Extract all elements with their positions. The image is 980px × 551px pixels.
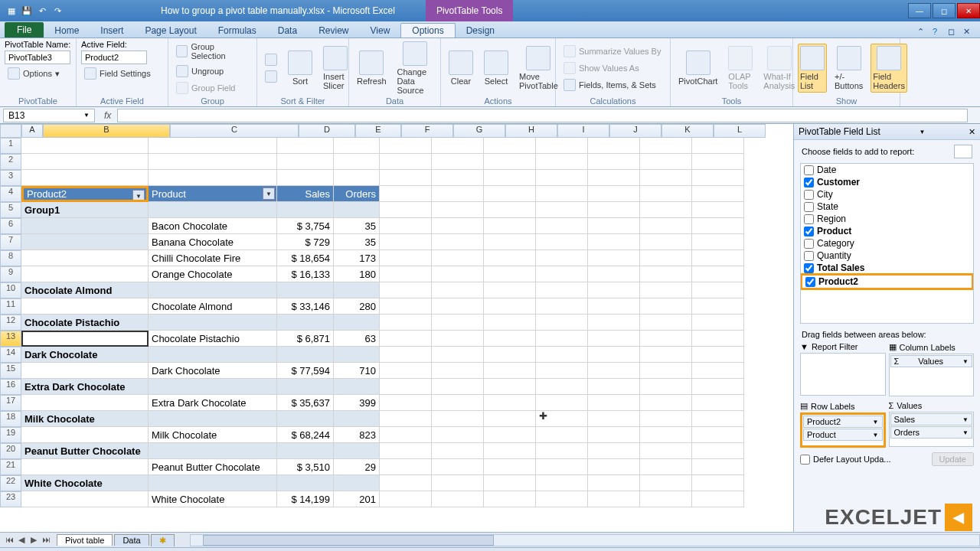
cell[interactable]: Dark Chocolate — [21, 347, 149, 363]
cell[interactable] — [380, 298, 432, 315]
cell[interactable]: Peanut Butter Chocolate — [21, 443, 149, 459]
cell[interactable] — [21, 154, 149, 170]
col-header-H[interactable]: H — [505, 124, 557, 138]
cell[interactable] — [484, 218, 536, 234]
insert-slicer-button[interactable]: Insert Slicer — [320, 44, 351, 92]
cell[interactable]: 710 — [334, 363, 380, 379]
cell[interactable] — [149, 170, 277, 186]
cell[interactable]: $ 3,754 — [277, 218, 334, 234]
report-filter-area[interactable] — [800, 353, 886, 396]
cell[interactable] — [536, 250, 588, 266]
field-item-total sales[interactable]: Total Sales — [801, 262, 973, 274]
cell[interactable] — [692, 154, 744, 170]
cell[interactable] — [640, 475, 692, 491]
cell[interactable] — [484, 459, 536, 475]
minimize-ribbon-icon[interactable]: ⌃ — [917, 27, 928, 37]
active-field-input[interactable] — [81, 51, 147, 64]
clear-button[interactable]: Clear — [446, 49, 476, 87]
cell[interactable] — [484, 411, 536, 427]
cell[interactable]: 35 — [334, 218, 380, 234]
cell[interactable] — [536, 395, 588, 411]
cell[interactable] — [640, 250, 692, 266]
cell[interactable] — [380, 427, 432, 443]
close-button[interactable]: ✕ — [957, 3, 980, 18]
cell[interactable] — [432, 379, 484, 395]
sheet-nav-first[interactable]: ⏮ — [3, 535, 15, 545]
row-header-21[interactable]: 21 — [0, 459, 21, 475]
cell[interactable] — [149, 347, 277, 363]
cell[interactable] — [277, 154, 334, 170]
cell[interactable] — [21, 250, 149, 266]
cell[interactable] — [640, 459, 692, 475]
cell[interactable] — [21, 170, 149, 186]
cell[interactable] — [149, 475, 277, 491]
cell[interactable] — [588, 363, 640, 379]
cell[interactable] — [484, 443, 536, 459]
cell[interactable]: $ 729 — [277, 234, 334, 250]
cell[interactable]: Milk Chocolate — [21, 411, 149, 427]
field-item-city[interactable]: City — [801, 188, 973, 201]
cell[interactable] — [692, 138, 744, 154]
area-item-product[interactable]: Product▼ — [803, 429, 883, 441]
cell[interactable] — [588, 427, 640, 443]
window-restore-icon[interactable]: ◻ — [948, 27, 959, 37]
field-item-customer[interactable]: Customer — [801, 176, 973, 188]
field-checkbox[interactable] — [804, 202, 814, 212]
row-header-14[interactable]: 14 — [0, 347, 21, 363]
field-item-region[interactable]: Region — [801, 213, 973, 225]
cell[interactable] — [21, 363, 149, 379]
cell[interactable] — [692, 379, 744, 395]
field-checkbox[interactable] — [804, 251, 814, 261]
cell[interactable] — [277, 411, 334, 427]
cell[interactable] — [692, 315, 744, 331]
cell[interactable]: Bacon Chocolate — [149, 218, 277, 234]
cell[interactable] — [640, 411, 692, 427]
cell[interactable] — [380, 491, 432, 507]
sheet-nav-prev[interactable]: ◀ — [15, 535, 28, 545]
cell[interactable]: Banana Chocolate — [149, 234, 277, 250]
tab-review[interactable]: Review — [308, 24, 359, 37]
name-box[interactable]: B13▼ — [3, 109, 95, 122]
cell[interactable] — [640, 186, 692, 202]
cell[interactable] — [432, 282, 484, 298]
cell[interactable]: $ 16,133 — [277, 266, 334, 282]
cell[interactable] — [334, 411, 380, 427]
cell[interactable] — [692, 266, 744, 282]
cell[interactable] — [536, 282, 588, 298]
col-header-D[interactable]: D — [299, 124, 355, 138]
pivottable-name-input[interactable] — [5, 51, 70, 64]
cell[interactable] — [380, 266, 432, 282]
cell[interactable] — [640, 154, 692, 170]
field-checkbox[interactable] — [805, 277, 815, 287]
cell[interactable] — [588, 331, 640, 347]
cell[interactable] — [484, 315, 536, 331]
row-header-16[interactable]: 16 — [0, 379, 21, 395]
area-item-orders[interactable]: Orders▼ — [890, 426, 973, 439]
cell[interactable] — [640, 234, 692, 250]
cell[interactable] — [380, 282, 432, 298]
cell[interactable] — [277, 170, 334, 186]
cell[interactable] — [484, 298, 536, 315]
pivotchart-button[interactable]: PivotChart — [675, 49, 720, 87]
field-item-date[interactable]: Date — [801, 164, 973, 176]
cell[interactable] — [692, 170, 744, 186]
cell[interactable] — [588, 298, 640, 315]
cell[interactable] — [692, 411, 744, 427]
field-checkbox[interactable] — [804, 227, 814, 236]
cell[interactable] — [640, 170, 692, 186]
cell[interactable] — [536, 202, 588, 218]
cell[interactable]: 29 — [334, 459, 380, 475]
cell[interactable] — [380, 347, 432, 363]
row-header-1[interactable]: 1 — [0, 138, 21, 154]
cell[interactable] — [692, 427, 744, 443]
cell[interactable] — [334, 170, 380, 186]
row-header-2[interactable]: 2 — [0, 154, 21, 170]
row-header-7[interactable]: 7 — [0, 234, 21, 250]
row-header-18[interactable]: 18 — [0, 411, 21, 427]
row-header-13[interactable]: 13 — [0, 331, 21, 347]
cell[interactable] — [640, 443, 692, 459]
cell[interactable] — [432, 443, 484, 459]
cell[interactable] — [588, 379, 640, 395]
row-header-20[interactable]: 20 — [0, 443, 21, 459]
cell[interactable] — [640, 315, 692, 331]
